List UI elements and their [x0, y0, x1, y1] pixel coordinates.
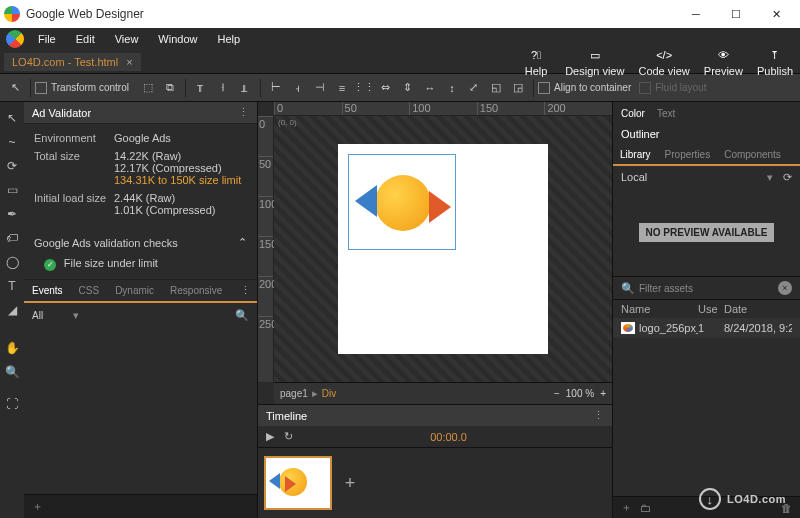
events-menu-icon[interactable]: ⋮: [240, 284, 257, 297]
zoom-out-button[interactable]: −: [554, 388, 560, 399]
delete-asset-button[interactable]: 🗑: [781, 502, 792, 514]
opt-group-icon[interactable]: ⧉: [160, 78, 180, 98]
fill-tool[interactable]: ◢: [2, 300, 22, 320]
timeline-menu-icon[interactable]: ⋮: [593, 409, 604, 422]
zoom-in-button[interactable]: +: [600, 388, 606, 399]
events-search-icon[interactable]: 🔍: [235, 309, 249, 322]
add-asset-button[interactable]: ＋: [621, 500, 632, 515]
document-tab-label: LO4D.com - Test.html: [12, 56, 118, 68]
publish-button[interactable]: ⤒ Publish: [750, 46, 800, 77]
close-button[interactable]: ✕: [756, 0, 796, 28]
library-source[interactable]: Local: [621, 171, 647, 183]
asset-col-date[interactable]: Date: [724, 303, 792, 315]
bring-front-icon[interactable]: ◱: [486, 78, 506, 98]
preview-button[interactable]: 👁 Preview: [697, 46, 750, 77]
tab-properties[interactable]: Properties: [658, 149, 718, 160]
asset-col-name[interactable]: Name: [621, 303, 698, 315]
hand-tool[interactable]: ✋: [2, 338, 22, 358]
menu-help[interactable]: Help: [207, 33, 250, 45]
total-limit: 134.31K to 150K size limit: [114, 174, 247, 186]
distribute-v-icon[interactable]: ⋮⋮: [354, 78, 374, 98]
asset-col-use[interactable]: Use: [698, 303, 724, 315]
fluid-checkbox[interactable]: [639, 82, 651, 94]
menu-window[interactable]: Window: [148, 33, 207, 45]
selection-tool-icon[interactable]: ↖: [5, 78, 25, 98]
outliner-title[interactable]: Outliner: [613, 124, 800, 144]
space-v-icon[interactable]: ⇕: [398, 78, 418, 98]
viewport-tool[interactable]: ⛶: [2, 394, 22, 414]
asset-date: 8/24/2018, 9:20:05 PM: [724, 322, 792, 334]
events-filter-all[interactable]: All: [32, 310, 43, 321]
tab-text[interactable]: Text: [657, 108, 675, 119]
match-size-icon[interactable]: ⤢: [464, 78, 484, 98]
align-vcenter-icon[interactable]: ⫲: [213, 78, 233, 98]
transform-checkbox[interactable]: [35, 82, 47, 94]
align-container-checkbox[interactable]: [538, 82, 550, 94]
maximize-button[interactable]: ☐: [716, 0, 756, 28]
library-source-dropdown-icon[interactable]: ▾: [767, 171, 773, 184]
pen-tool[interactable]: ✒: [2, 204, 22, 224]
motion-path-tool[interactable]: ~: [2, 132, 22, 152]
canvas[interactable]: [338, 144, 548, 354]
ad-validator-menu-icon[interactable]: ⋮: [238, 106, 249, 119]
element-tool[interactable]: ▭: [2, 180, 22, 200]
total-key: Total size: [34, 150, 114, 186]
canvas-area[interactable]: (0, 0): [274, 116, 612, 382]
gwd-logo-icon: [2, 26, 27, 51]
check-ok-icon: ✓: [44, 259, 56, 271]
document-tab[interactable]: LO4D.com - Test.html ×: [4, 53, 141, 71]
3d-rotate-tool[interactable]: ⟳: [2, 156, 22, 176]
match-w-icon[interactable]: ↔: [420, 78, 440, 98]
align-hcenter-icon[interactable]: ⫞: [288, 78, 308, 98]
page-name[interactable]: page1: [280, 388, 308, 399]
space-h-icon[interactable]: ⇔: [376, 78, 396, 98]
send-back-icon[interactable]: ◲: [508, 78, 528, 98]
loop-button[interactable]: ↻: [284, 430, 293, 443]
events-filter-dropdown-icon[interactable]: ▾: [73, 309, 79, 322]
logo-image: [349, 155, 455, 249]
zoom-level[interactable]: 100 %: [566, 388, 594, 399]
selection-tool[interactable]: ↖: [2, 108, 22, 128]
align-right-icon[interactable]: ⊣: [310, 78, 330, 98]
tag-tool[interactable]: 🏷: [2, 228, 22, 248]
opt-crop-icon[interactable]: ⬚: [138, 78, 158, 98]
help-button[interactable]: ?⃝ Help: [514, 46, 558, 77]
menu-view[interactable]: View: [105, 33, 149, 45]
add-event-button[interactable]: ＋: [32, 499, 43, 514]
new-folder-button[interactable]: 🗀: [640, 502, 651, 514]
filter-assets-input[interactable]: Filter assets: [639, 283, 778, 294]
align-bottom-icon[interactable]: ⫫: [235, 78, 255, 98]
text-tool[interactable]: T: [2, 276, 22, 296]
menu-edit[interactable]: Edit: [66, 33, 105, 45]
clear-filter-icon[interactable]: ×: [778, 281, 792, 295]
tab-dynamic[interactable]: Dynamic: [107, 285, 162, 296]
shape-tool[interactable]: ◯: [2, 252, 22, 272]
match-h-icon[interactable]: ↕: [442, 78, 462, 98]
selected-element[interactable]: [348, 154, 456, 250]
breadcrumb-div[interactable]: Div: [322, 388, 336, 399]
align-left-icon[interactable]: ⊢: [266, 78, 286, 98]
refresh-icon[interactable]: ⟳: [783, 171, 792, 184]
total-raw: 14.22K (Raw): [114, 150, 247, 162]
tab-responsive[interactable]: Responsive: [162, 285, 230, 296]
design-view-button[interactable]: ▭ Design view: [558, 46, 631, 77]
app-icon: [4, 6, 20, 22]
code-view-button[interactable]: </> Code view: [631, 46, 696, 77]
check1-label: File size under limit: [64, 257, 158, 269]
tab-color[interactable]: Color: [621, 108, 645, 119]
tab-events[interactable]: Events: [24, 285, 71, 296]
add-keyframe-button[interactable]: +: [340, 473, 360, 493]
tab-components[interactable]: Components: [717, 149, 788, 160]
minimize-button[interactable]: ─: [676, 0, 716, 28]
menu-file[interactable]: File: [28, 33, 66, 45]
close-tab-icon[interactable]: ×: [126, 56, 132, 68]
collapse-icon[interactable]: ⌃: [238, 236, 247, 249]
tab-css[interactable]: CSS: [71, 285, 108, 296]
tab-library[interactable]: Library: [613, 149, 658, 160]
zoom-tool[interactable]: 🔍: [2, 362, 22, 382]
distribute-h-icon[interactable]: ≡: [332, 78, 352, 98]
asset-row[interactable]: logo_256px_ob.png 1 8/24/2018, 9:20:05 P…: [613, 318, 800, 338]
play-button[interactable]: ▶: [266, 430, 274, 443]
keyframe-thumbnail[interactable]: [264, 456, 332, 510]
align-top-icon[interactable]: ⫪: [191, 78, 211, 98]
